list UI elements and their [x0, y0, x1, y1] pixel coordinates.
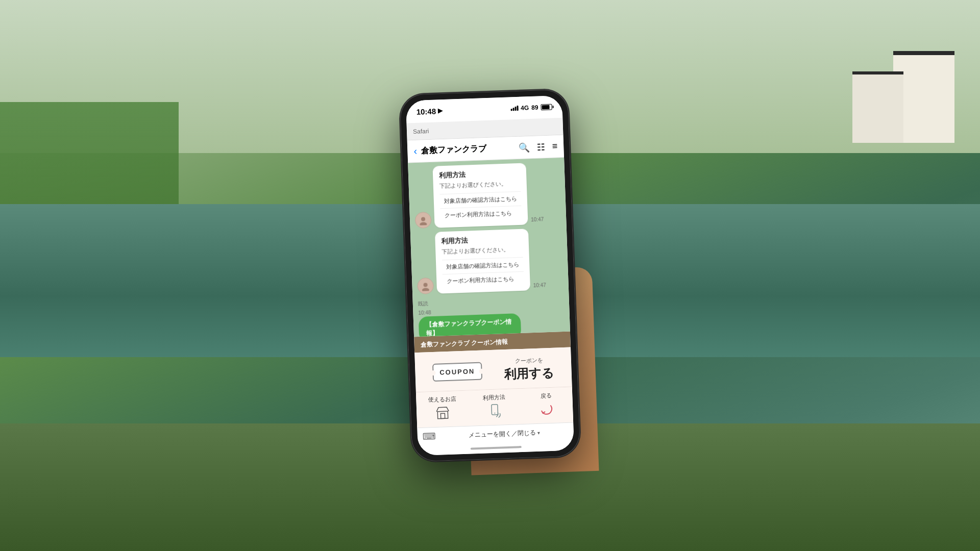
safari-label: Safari	[413, 128, 429, 135]
msg1-subtitle: 下記よりお選びください。	[439, 180, 521, 190]
back-button[interactable]: ‹	[413, 145, 417, 157]
panel-header-text: 倉敷ファンクラブ クーポン情報	[420, 338, 508, 348]
menu-row: 使えるお店 利用方法	[416, 391, 573, 423]
phone-screen: 10:48 ▶ 4G 89	[406, 95, 574, 456]
header-icons: 🔍 ☷ ≡	[518, 141, 557, 154]
menu-item-usage[interactable]: 利用方法	[468, 393, 521, 421]
phone-wrapper: 10:48 ▶ 4G 89	[400, 89, 581, 462]
msg1-title: 利用方法	[439, 168, 521, 181]
store-icon	[435, 405, 450, 422]
status-time: 10:48 ▶	[416, 107, 443, 116]
location-arrow-icon: ▶	[438, 107, 443, 114]
battery-fill	[542, 105, 550, 110]
svg-point-1	[420, 222, 427, 226]
msg2-time: 10:47	[533, 282, 546, 288]
chat-row-2: 利用方法 下記よりお選びください。 対象店舗の確認方法はこちら クーポン利用方法…	[415, 228, 564, 294]
coupon-big-label: 利用する	[504, 365, 554, 383]
msg2-subtitle: 下記よりお選びください。	[442, 245, 523, 256]
msg2-title: 利用方法	[441, 234, 523, 246]
msg1-link-2[interactable]: クーポン利用方法はこちら	[440, 206, 522, 223]
menu-label-store: 使えるお店	[428, 395, 456, 404]
phone-device: 10:48 ▶ 4G 89	[400, 89, 581, 462]
svg-point-3	[422, 288, 429, 291]
home-bar	[471, 446, 522, 449]
avatar-2	[417, 278, 434, 294]
coupon-use-button[interactable]: クーポンを 利用する	[504, 356, 555, 383]
sent-message-row: 既読10:48 【倉敷ファンクラブクーポン情報】	[418, 293, 565, 337]
avatar-1	[415, 212, 432, 229]
phone-usage-icon	[487, 403, 502, 420]
status-right: 4G 89	[510, 104, 552, 112]
svg-point-7	[494, 413, 495, 414]
building-2	[852, 71, 903, 143]
battery-percent: 89	[531, 104, 538, 111]
svg-rect-4	[437, 411, 448, 419]
signal-type: 4G	[521, 104, 529, 112]
msg2-link-2[interactable]: クーポン利用方法はこちら	[443, 271, 524, 289]
list-icon[interactable]: ☷	[536, 141, 545, 153]
bg-buildings	[750, 15, 954, 143]
menu-label-back: 戻る	[541, 392, 552, 400]
chat-title: 倉敷ファンクラブ	[421, 142, 514, 156]
menu-label-usage: 利用方法	[483, 393, 505, 402]
svg-point-0	[421, 217, 425, 221]
search-icon[interactable]: 🔍	[518, 142, 530, 154]
menu-icon[interactable]: ≡	[552, 141, 557, 152]
menu-item-back[interactable]: 戻る	[520, 391, 573, 419]
keyboard-icon[interactable]: ⌨	[423, 431, 436, 442]
battery-icon	[541, 104, 552, 111]
svg-rect-5	[440, 413, 445, 418]
time-display: 10:48	[416, 107, 436, 116]
message-bubble-1: 利用方法 下記よりお選びください。 対象店舗の確認方法はこちら クーポン利用方法…	[432, 163, 528, 228]
sent-time: 既読10:48	[418, 300, 431, 316]
coupon-panel: COUPON クーポンを 利用する 使えるお店	[414, 347, 573, 428]
back-icon	[540, 402, 554, 418]
svg-point-2	[423, 283, 427, 287]
chat-row-1: 利用方法 下記よりお選びください。 対象店舗の確認方法はこちら クーポン利用方法…	[413, 162, 561, 229]
menu-toggle-button[interactable]: メニューを開く／閉じる ▾	[440, 427, 569, 440]
coupon-main: COUPON クーポンを 利用する	[414, 347, 572, 393]
coupon-small-label: クーポンを	[504, 356, 554, 365]
message-bubble-2: 利用方法 下記よりお選びください。 対象店舗の確認方法はこちら クーポン利用方法…	[435, 229, 530, 293]
chevron-down-icon: ▾	[537, 430, 540, 435]
signal-bars-icon	[510, 106, 518, 111]
chat-area: 利用方法 下記よりお選びください。 対象店舗の確認方法はこちら クーポン利用方法…	[408, 158, 570, 337]
bottom-menu: 使えるお店 利用方法	[416, 387, 573, 428]
msg1-time: 10:47	[531, 216, 544, 222]
menu-item-store[interactable]: 使えるお店	[416, 395, 469, 423]
coupon-ticket[interactable]: COUPON	[432, 362, 482, 382]
